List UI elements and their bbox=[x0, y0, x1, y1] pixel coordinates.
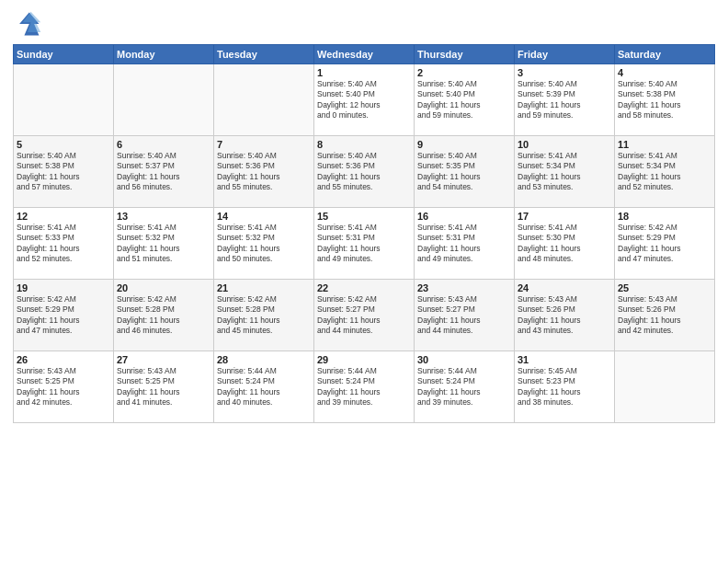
day-number: 13 bbox=[117, 211, 210, 222]
day-cell: 27Sunrise: 5:43 AM Sunset: 5:25 PM Dayli… bbox=[114, 351, 214, 423]
day-number: 30 bbox=[417, 354, 511, 365]
col-header-monday: Monday bbox=[114, 45, 214, 64]
day-cell: 6Sunrise: 5:40 AM Sunset: 5:37 PM Daylig… bbox=[114, 136, 214, 208]
day-cell: 31Sunrise: 5:45 AM Sunset: 5:23 PM Dayli… bbox=[515, 351, 615, 423]
day-number: 20 bbox=[117, 282, 210, 293]
day-cell: 15Sunrise: 5:41 AM Sunset: 5:31 PM Dayli… bbox=[314, 208, 415, 280]
day-info: Sunrise: 5:40 AM Sunset: 5:35 PM Dayligh… bbox=[417, 151, 511, 193]
day-cell: 26Sunrise: 5:43 AM Sunset: 5:25 PM Dayli… bbox=[14, 351, 114, 423]
day-cell: 12Sunrise: 5:41 AM Sunset: 5:33 PM Dayli… bbox=[14, 208, 114, 280]
day-info: Sunrise: 5:43 AM Sunset: 5:25 PM Dayligh… bbox=[117, 366, 210, 408]
day-info: Sunrise: 5:40 AM Sunset: 5:40 PM Dayligh… bbox=[317, 79, 411, 121]
calendar-container: SundayMondayTuesdayWednesdayThursdayFrid… bbox=[0, 0, 728, 563]
day-info: Sunrise: 5:41 AM Sunset: 5:31 PM Dayligh… bbox=[417, 223, 511, 265]
day-cell: 10Sunrise: 5:41 AM Sunset: 5:34 PM Dayli… bbox=[515, 136, 615, 208]
day-cell: 17Sunrise: 5:41 AM Sunset: 5:30 PM Dayli… bbox=[515, 208, 615, 280]
header-row: SundayMondayTuesdayWednesdayThursdayFrid… bbox=[14, 45, 715, 64]
day-number: 15 bbox=[317, 211, 411, 222]
day-number: 31 bbox=[518, 354, 611, 365]
day-number: 14 bbox=[217, 211, 311, 222]
day-cell: 18Sunrise: 5:42 AM Sunset: 5:29 PM Dayli… bbox=[615, 208, 715, 280]
day-info: Sunrise: 5:42 AM Sunset: 5:29 PM Dayligh… bbox=[618, 223, 711, 265]
day-cell: 23Sunrise: 5:43 AM Sunset: 5:27 PM Dayli… bbox=[415, 280, 515, 351]
day-number: 17 bbox=[518, 211, 611, 222]
col-header-saturday: Saturday bbox=[615, 45, 715, 64]
day-info: Sunrise: 5:45 AM Sunset: 5:23 PM Dayligh… bbox=[518, 366, 611, 408]
day-number: 25 bbox=[618, 282, 711, 293]
day-cell: 2Sunrise: 5:40 AM Sunset: 5:40 PM Daylig… bbox=[415, 64, 515, 136]
col-header-thursday: Thursday bbox=[415, 45, 515, 64]
day-info: Sunrise: 5:42 AM Sunset: 5:28 PM Dayligh… bbox=[117, 294, 210, 337]
day-info: Sunrise: 5:43 AM Sunset: 5:25 PM Dayligh… bbox=[17, 366, 110, 408]
day-cell: 8Sunrise: 5:40 AM Sunset: 5:36 PM Daylig… bbox=[314, 136, 415, 208]
day-info: Sunrise: 5:44 AM Sunset: 5:24 PM Dayligh… bbox=[417, 366, 511, 408]
day-info: Sunrise: 5:42 AM Sunset: 5:29 PM Dayligh… bbox=[17, 294, 110, 337]
day-cell: 22Sunrise: 5:42 AM Sunset: 5:27 PM Dayli… bbox=[314, 280, 415, 351]
day-info: Sunrise: 5:43 AM Sunset: 5:26 PM Dayligh… bbox=[518, 294, 611, 337]
day-number: 12 bbox=[17, 211, 110, 222]
col-header-wednesday: Wednesday bbox=[314, 45, 415, 64]
day-cell: 29Sunrise: 5:44 AM Sunset: 5:24 PM Dayli… bbox=[314, 351, 415, 423]
day-cell: 25Sunrise: 5:43 AM Sunset: 5:26 PM Dayli… bbox=[615, 280, 715, 351]
day-number: 11 bbox=[618, 139, 711, 150]
day-info: Sunrise: 5:43 AM Sunset: 5:26 PM Dayligh… bbox=[618, 294, 711, 337]
day-info: Sunrise: 5:41 AM Sunset: 5:31 PM Dayligh… bbox=[317, 223, 411, 265]
day-info: Sunrise: 5:42 AM Sunset: 5:28 PM Dayligh… bbox=[217, 294, 311, 337]
day-info: Sunrise: 5:40 AM Sunset: 5:40 PM Dayligh… bbox=[417, 79, 511, 121]
day-info: Sunrise: 5:40 AM Sunset: 5:38 PM Dayligh… bbox=[618, 79, 711, 121]
day-cell: 4Sunrise: 5:40 AM Sunset: 5:38 PM Daylig… bbox=[615, 64, 715, 136]
week-row-3: 12Sunrise: 5:41 AM Sunset: 5:33 PM Dayli… bbox=[14, 208, 715, 280]
day-info: Sunrise: 5:41 AM Sunset: 5:32 PM Dayligh… bbox=[217, 223, 311, 265]
day-info: Sunrise: 5:41 AM Sunset: 5:34 PM Dayligh… bbox=[618, 151, 711, 193]
day-number: 18 bbox=[618, 211, 711, 222]
day-cell: 14Sunrise: 5:41 AM Sunset: 5:32 PM Dayli… bbox=[214, 208, 314, 280]
day-cell: 20Sunrise: 5:42 AM Sunset: 5:28 PM Dayli… bbox=[114, 280, 214, 351]
day-number: 23 bbox=[417, 282, 511, 293]
day-number: 4 bbox=[618, 67, 711, 78]
col-header-sunday: Sunday bbox=[14, 45, 114, 64]
day-info: Sunrise: 5:41 AM Sunset: 5:30 PM Dayligh… bbox=[518, 223, 611, 265]
day-info: Sunrise: 5:40 AM Sunset: 5:38 PM Dayligh… bbox=[17, 151, 110, 193]
col-header-friday: Friday bbox=[515, 45, 615, 64]
day-info: Sunrise: 5:44 AM Sunset: 5:24 PM Dayligh… bbox=[317, 366, 411, 408]
svg-marker-1 bbox=[23, 12, 41, 32]
day-info: Sunrise: 5:41 AM Sunset: 5:34 PM Dayligh… bbox=[518, 151, 611, 193]
day-number: 19 bbox=[17, 282, 110, 293]
week-row-1: 1Sunrise: 5:40 AM Sunset: 5:40 PM Daylig… bbox=[14, 64, 715, 136]
day-info: Sunrise: 5:43 AM Sunset: 5:27 PM Dayligh… bbox=[417, 294, 511, 337]
day-cell: 21Sunrise: 5:42 AM Sunset: 5:28 PM Dayli… bbox=[214, 280, 314, 351]
day-info: Sunrise: 5:42 AM Sunset: 5:27 PM Dayligh… bbox=[317, 294, 411, 337]
col-header-tuesday: Tuesday bbox=[214, 45, 314, 64]
day-number: 7 bbox=[217, 139, 311, 150]
day-info: Sunrise: 5:41 AM Sunset: 5:33 PM Dayligh… bbox=[17, 223, 110, 265]
day-number: 3 bbox=[518, 67, 611, 78]
logo-icon bbox=[13, 9, 42, 39]
day-info: Sunrise: 5:41 AM Sunset: 5:32 PM Dayligh… bbox=[117, 223, 210, 265]
calendar-table: SundayMondayTuesdayWednesdayThursdayFrid… bbox=[13, 44, 715, 423]
header bbox=[13, 9, 715, 39]
day-number: 5 bbox=[17, 139, 110, 150]
day-info: Sunrise: 5:40 AM Sunset: 5:36 PM Dayligh… bbox=[217, 151, 311, 193]
day-cell: 11Sunrise: 5:41 AM Sunset: 5:34 PM Dayli… bbox=[615, 136, 715, 208]
day-cell: 16Sunrise: 5:41 AM Sunset: 5:31 PM Dayli… bbox=[415, 208, 515, 280]
day-cell: 19Sunrise: 5:42 AM Sunset: 5:29 PM Dayli… bbox=[14, 280, 114, 351]
day-number: 29 bbox=[317, 354, 411, 365]
day-info: Sunrise: 5:40 AM Sunset: 5:37 PM Dayligh… bbox=[117, 151, 210, 193]
week-row-4: 19Sunrise: 5:42 AM Sunset: 5:29 PM Dayli… bbox=[14, 280, 715, 351]
day-cell bbox=[214, 64, 314, 136]
logo bbox=[13, 9, 46, 39]
day-cell: 30Sunrise: 5:44 AM Sunset: 5:24 PM Dayli… bbox=[415, 351, 515, 423]
day-info: Sunrise: 5:40 AM Sunset: 5:36 PM Dayligh… bbox=[317, 151, 411, 193]
day-number: 8 bbox=[317, 139, 411, 150]
day-number: 24 bbox=[518, 282, 611, 293]
day-cell: 3Sunrise: 5:40 AM Sunset: 5:39 PM Daylig… bbox=[515, 64, 615, 136]
day-info: Sunrise: 5:40 AM Sunset: 5:39 PM Dayligh… bbox=[518, 79, 611, 121]
day-cell bbox=[615, 351, 715, 423]
day-info: Sunrise: 5:44 AM Sunset: 5:24 PM Dayligh… bbox=[217, 366, 311, 408]
day-cell: 5Sunrise: 5:40 AM Sunset: 5:38 PM Daylig… bbox=[14, 136, 114, 208]
day-cell: 24Sunrise: 5:43 AM Sunset: 5:26 PM Dayli… bbox=[515, 280, 615, 351]
day-cell bbox=[114, 64, 214, 136]
week-row-2: 5Sunrise: 5:40 AM Sunset: 5:38 PM Daylig… bbox=[14, 136, 715, 208]
day-number: 16 bbox=[417, 211, 511, 222]
week-row-5: 26Sunrise: 5:43 AM Sunset: 5:25 PM Dayli… bbox=[14, 351, 715, 423]
